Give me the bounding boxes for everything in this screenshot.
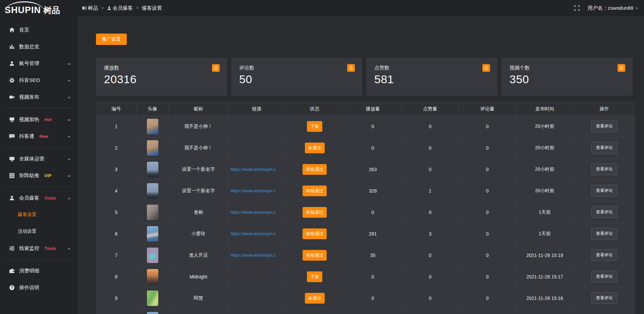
view-comments-button[interactable]: 查看评论: [591, 142, 618, 154]
table-row: 8 Midnight 下架 0 0 0 2021-11-28 15:17 查看评…: [96, 266, 635, 287]
stat-label: 点赞数: [374, 65, 489, 71]
status-badge: 未通过: [305, 143, 325, 153]
sidebar-item-video-publish[interactable]: 视频发布: [0, 89, 78, 105]
cell-nickname: Midnight: [169, 266, 228, 287]
sidebar-subitem-activity-settings[interactable]: 活动设置: [0, 223, 78, 240]
view-comments-button[interactable]: 查看评论: [591, 249, 618, 261]
member-icon: [9, 195, 15, 201]
cell-action: 查看评论: [574, 202, 635, 223]
breadcrumb-item[interactable]: 会员爆客: [113, 5, 133, 11]
video-link[interactable]: https://www.iesdouyin.c: [230, 167, 285, 172]
cell-comments: 0: [459, 287, 516, 309]
cell-likes: 0: [402, 159, 459, 180]
col-header-time: 发布时间: [516, 102, 574, 116]
table-row-partial: [96, 309, 635, 314]
total-badge: 总: [618, 64, 625, 72]
logo-arc: [5, 1, 44, 13]
sidebar-item-matrix-boost[interactable]: 矩阵助推 VIP: [0, 167, 78, 184]
sidebar-item-account-management[interactable]: 账号管理: [0, 55, 78, 72]
cell-comments: 0: [459, 245, 516, 266]
cell-time: 20小时前: [516, 116, 574, 137]
video-link[interactable]: https://www.iesdouyin.c: [230, 253, 285, 258]
user-menu[interactable]: 用户名：zswodun88: [588, 5, 639, 11]
video-link[interactable]: https://www.iesdouyin.c: [230, 210, 285, 215]
cell-plays: [344, 309, 402, 314]
promotion-settings-button[interactable]: 推广设置: [96, 34, 127, 45]
chevron-down-icon: [67, 157, 71, 163]
sidebar-item-instructions[interactable]: ? 操作说明: [0, 279, 78, 296]
cell-action: 查看评论: [574, 180, 635, 202]
breadcrumb-item[interactable]: 树品: [88, 5, 98, 11]
hot-tag: Hot: [44, 117, 52, 122]
cell-plays: 0: [344, 116, 402, 137]
sidebar-item-label: 首页: [19, 27, 29, 33]
sidebar-item-media-operation[interactable]: 全媒体运营: [0, 150, 78, 167]
cell-nickname: 小爱玲: [169, 223, 228, 245]
chevron-down-icon: [67, 78, 71, 84]
cell-id: 9: [96, 287, 137, 309]
view-comments-button[interactable]: 查看评论: [591, 228, 618, 240]
tools-tag: Tools: [44, 246, 56, 251]
cell-avatar: [137, 266, 169, 287]
sidebar-item-consumption-detail[interactable]: 消费明细: [0, 262, 78, 279]
cell-comments: 0: [459, 116, 516, 137]
cell-link: [228, 137, 285, 159]
status-badge: 下架: [307, 271, 322, 282]
username-label: 用户名：zswodun88: [588, 5, 633, 11]
app-logo[interactable]: SHUPIN树品: [0, 0, 78, 19]
cell-time: 20小时前: [516, 137, 574, 159]
col-header-avatar: 头像: [137, 102, 169, 116]
video-link[interactable]: https://www.iesdouyin.c: [230, 231, 285, 236]
cell-action: [574, 309, 635, 314]
cell-time: 2021-11-28 15:16: [516, 287, 574, 309]
sidebar-item-home[interactable]: 首页: [0, 21, 78, 38]
cell-id: 2: [96, 137, 137, 159]
tools-tag: Tools: [44, 196, 56, 201]
fullscreen-icon[interactable]: [574, 5, 580, 11]
sidebar-item-label: 数据总览: [19, 44, 39, 50]
cell-avatar: [137, 180, 169, 202]
cell-plays: 263: [344, 159, 402, 180]
grid-icon: [9, 172, 15, 178]
cell-likes: 0: [402, 116, 459, 137]
sidebar-item-data-overview[interactable]: 数据总览: [0, 38, 78, 55]
view-comments-button[interactable]: 查看评论: [591, 292, 618, 304]
sidebar-item-douketong[interactable]: 抖客通 New: [0, 128, 78, 145]
cell-likes: 0: [402, 202, 459, 223]
sidebar-item-label: 线索监控: [19, 245, 39, 252]
cell-action: 查看评论: [574, 245, 635, 266]
sidebar-subitem-label: 爆客设置: [18, 212, 37, 218]
sidebar-item-member-baoke[interactable]: 会员爆客 Tools: [0, 190, 78, 206]
breadcrumb-item-current: 爆客设置: [142, 5, 162, 11]
cell-likes: 0: [402, 245, 459, 266]
total-badge: 总: [347, 64, 355, 72]
sidebar-item-label: 会员爆客: [19, 195, 39, 201]
sidebar-item-video-heat[interactable]: 视频加热 Hot: [0, 111, 78, 128]
wallet-icon: [9, 268, 15, 274]
cell-plays: 281: [344, 223, 402, 245]
view-comments-button[interactable]: 查看评论: [591, 271, 618, 282]
video-link[interactable]: https://www.iesdouyin.c: [230, 188, 285, 193]
view-comments-button[interactable]: 查看评论: [591, 185, 618, 197]
cell-id: 6: [96, 223, 137, 245]
view-comments-button[interactable]: 查看评论: [591, 206, 618, 218]
sidebar-subitem-baoke-settings[interactable]: 爆客设置: [0, 206, 78, 223]
chevron-down-icon: [67, 117, 71, 123]
cell-plays: 0: [344, 202, 402, 223]
table-row: 2 我不是小帅！ 未通过 0 0 0 20小时前 查看评论: [96, 137, 635, 159]
stat-card-plays: 播放数 20316 总: [96, 58, 227, 96]
table-row: 5 老彬 https://www.iesdouyin.c 审核通过 0 0 0 …: [96, 202, 635, 223]
stat-card-comments: 评论数 50 总: [231, 58, 362, 96]
user-icon: [9, 60, 15, 66]
view-comments-button[interactable]: 查看评论: [591, 163, 618, 175]
cell-avatar: [137, 116, 169, 137]
view-comments-button[interactable]: 查看评论: [591, 120, 618, 132]
sidebar-item-label: 视频加热: [19, 116, 39, 123]
cell-status: 审核通过: [285, 202, 344, 223]
total-badge: 总: [212, 64, 220, 72]
sidebar-item-clue-monitor[interactable]: 线索监控 Tools: [0, 240, 78, 257]
cell-status: 下架: [285, 266, 344, 287]
sidebar-item-douyin-seo[interactable]: 抖音SEO: [0, 72, 78, 89]
topbar: 树品 > 会员爆客 > 爆客设置 用户名：zswodun88: [78, 0, 644, 16]
col-header-comments: 评论量: [459, 102, 516, 116]
